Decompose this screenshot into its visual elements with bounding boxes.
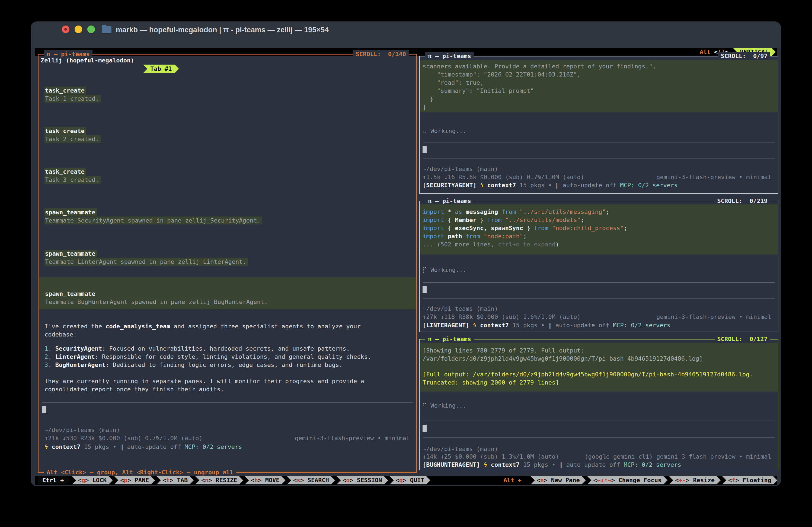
- tool-call-name: spawn_teammate: [44, 209, 412, 216]
- json-line: "read": true,: [422, 79, 773, 87]
- code-line: import path from "node:path";: [422, 232, 773, 240]
- code-line: import * as messaging from "../src/utils…: [422, 208, 773, 216]
- tool-call-name: spawn_teammate: [44, 290, 412, 298]
- text-cursor: [422, 146, 426, 153]
- tool-call-result: Task 3 created.: [44, 176, 412, 184]
- tool-call-result: Task 1 created.: [44, 95, 412, 103]
- model-name: (google-gemini-cli) gemini-3-flash-previ…: [584, 453, 771, 461]
- agent-statusline: [SECURITYAGENT] ϟ context7 15 pkgs • ‖ a…: [422, 181, 773, 189]
- pane-title: π — pi-teams: [425, 197, 474, 205]
- keybind-bar: Ctrl + <g> LOCK <p> PANE <t> TAB <n> RES…: [35, 476, 777, 485]
- text-cursor: [42, 406, 46, 413]
- maximize-button[interactable]: [87, 26, 95, 33]
- tool-call-result: Task 2 created.: [44, 135, 412, 143]
- model-name: gemini-3-flash-preview • minimal: [656, 313, 771, 321]
- pane-title: π — pi-teams: [44, 50, 92, 58]
- truncation-notice: [Full output: /var/folders/d0/z9jph2ld4v…: [422, 370, 773, 379]
- input-divider: [423, 158, 774, 158]
- keybar-item-tab[interactable]: <t> TAB: [157, 476, 194, 484]
- list-item: 2. LinterAgent: Responsible for code sty…: [44, 353, 412, 361]
- folder-icon: [102, 26, 112, 33]
- code-line: ... (502 more lines, ctrl+o to expand): [422, 240, 773, 248]
- json-line: "summary": "Initial prompt": [422, 87, 773, 95]
- input-divider: [42, 420, 413, 421]
- json-line: }: [422, 95, 773, 103]
- scroll-indicator: SCROLL: 0/127: [715, 335, 770, 343]
- log-line: /var/folders/d0/z9jph2ld4v9gw45bwg0f1j90…: [422, 355, 773, 363]
- keybar-item-lock[interactable]: <g> LOCK: [72, 476, 113, 484]
- usage-stats: ↑27k ↓118 R38k $0.000 (sub) 1.6%/1.0M (a…: [422, 313, 773, 321]
- assistant-message-line: codebase:: [44, 330, 412, 339]
- working-spinner: ⠋ Working...: [422, 402, 773, 410]
- list-item: 3. BugHunterAgent: Dedicated to finding …: [44, 361, 412, 369]
- window-title: markb — hopeful-megalodon | π - pi-teams…: [116, 25, 329, 34]
- truncation-notice: Truncated: showing 2000 of 2779 lines]: [422, 379, 773, 387]
- assistant-message-line: consolidated report once they finish the…: [44, 385, 412, 394]
- keybar-prefix-alt: Alt +: [496, 476, 529, 484]
- usage-stats: ↑14k ↓25 $0.000 (sub) 1.3%/1.0M (auto)(g…: [422, 453, 773, 461]
- text-cursor: [422, 425, 426, 432]
- agent-statusline: [BUGHUNTERAGENT] ϟ context7 15 pkgs • ‖ …: [422, 461, 773, 469]
- terminal-window: markb — hopeful-megalodon | π - pi-teams…: [31, 22, 781, 486]
- keybar-item-search[interactable]: <s> SEARCH: [287, 476, 335, 484]
- tool-call-name: spawn_teammate: [44, 250, 412, 258]
- keybar-item-change-focus[interactable]: <←↓↑→> Change Focus: [588, 476, 668, 484]
- tool-call-name: task_create: [44, 87, 412, 95]
- keybar-item-pane[interactable]: <p> PANE: [114, 476, 155, 484]
- pane-footer-hint: Alt <Click> — group, Alt <Right-Click> —…: [44, 468, 236, 476]
- input-divider: [423, 282, 774, 283]
- keybar-item-new-pane[interactable]: <n> New Pane: [531, 476, 586, 484]
- model-name: gemini-3-flash-preview • minimal: [295, 434, 410, 442]
- code-line: import { execSync, spawnSync } from "nod…: [422, 224, 773, 232]
- pane-title: π — pi-teams: [425, 52, 474, 60]
- keybar-prefix-ctrl: Ctrl +: [38, 476, 70, 484]
- input-divider: [423, 421, 774, 421]
- tool-call-result: Teammate LinterAgent spawned in pane zel…: [44, 258, 412, 266]
- json-line: "timestamp": "2026-02-22T01:04:03.216Z",: [422, 71, 773, 79]
- pane-linter-agent[interactable]: π — pi-teams SCROLL: 0/219 import * as m…: [419, 201, 778, 332]
- json-line: scanners available. Provide a detailed r…: [422, 62, 773, 71]
- keybar-item-session[interactable]: <o> SESSION: [336, 476, 388, 484]
- cwd-branch: ~/dev/pi-teams (main): [422, 305, 773, 313]
- keybar-item-move[interactable]: <h> MOVE: [245, 476, 286, 484]
- close-button[interactable]: [62, 26, 70, 33]
- assistant-message-line: They are currently running in separate p…: [44, 377, 412, 385]
- log-line: [Showing lines 780-2779 of 2779. Full ou…: [422, 346, 773, 355]
- minimize-button[interactable]: [75, 26, 82, 33]
- desktop: markb — hopeful-megalodon | π - pi-teams…: [0, 0, 812, 527]
- tool-call-name: task_create: [44, 168, 412, 176]
- working-spinner: ⠤ Working...: [422, 127, 773, 135]
- input-divider: [423, 298, 774, 299]
- input-divider: [423, 438, 774, 438]
- tool-call-result: Teammate BugHunterAgent spawned in pane …: [44, 298, 412, 306]
- cwd-branch: ~/dev/pi-teams (main): [422, 445, 773, 453]
- tool-call-name: task_create: [44, 127, 412, 135]
- keybar-item-quit[interactable]: <q> QUIT: [390, 476, 431, 484]
- model-name: gemini-3-flash-preview • minimal: [656, 173, 771, 181]
- keybar-item-resize-alt[interactable]: <+-> Resize: [669, 476, 721, 484]
- tool-call-result: Teammate SecurityAgent spawned in pane z…: [44, 216, 412, 225]
- cwd-branch: ~/dev/pi-teams (main): [422, 165, 773, 173]
- pane-security-agent[interactable]: π — pi-teams SCROLL: 0/97 scanners avail…: [419, 56, 778, 194]
- pane-team-lead[interactable]: π — pi-teams SCROLL: 0/140 task_create T…: [38, 54, 417, 473]
- usage-stats: ↑1.5k ↓16 R5.6k $0.000 (sub) 0.7%/1.0M (…: [422, 173, 773, 181]
- pane-bughunter-agent[interactable]: π — pi-teams SCROLL: 0/127 [Showing line…: [419, 339, 778, 470]
- agent-statusline: [LINTERAGENT] ϟ context7 15 pkgs • ‖ aut…: [422, 321, 773, 329]
- cwd-branch: ~/dev/pi-teams (main): [44, 426, 412, 434]
- titlebar[interactable]: markb — hopeful-megalodon | π - pi-teams…: [31, 22, 781, 48]
- input-divider: [42, 402, 413, 403]
- scroll-indicator: SCROLL: 0/219: [715, 197, 770, 205]
- agent-statusline: ϟ context7 15 pkgs • ‖ auto-update off M…: [44, 443, 412, 451]
- keybar-item-resize[interactable]: <n> RESIZE: [195, 476, 243, 484]
- terminal-screen: Zellij (hopeful-megalodon) Tab #1 Alt <[…: [35, 48, 777, 484]
- scroll-indicator: SCROLL: 0/97: [718, 52, 770, 60]
- usage-stats: ↑21k ↓530 R23k $0.000 (sub) 0.7%/1.0M (a…: [44, 434, 412, 442]
- keybar-item-floating[interactable]: <f> Floating: [722, 476, 777, 484]
- working-spinner: ⡏ Working...: [422, 266, 773, 274]
- json-line: ]: [422, 103, 773, 111]
- text-cursor: [422, 286, 426, 293]
- assistant-message-line: I've created the code_analysis_team and …: [44, 323, 412, 330]
- pane-title: π — pi-teams: [425, 335, 474, 343]
- list-item: 1. SecurityAgent: Focused on vulnerabili…: [44, 345, 412, 353]
- scroll-indicator: SCROLL: 0/140: [353, 50, 409, 58]
